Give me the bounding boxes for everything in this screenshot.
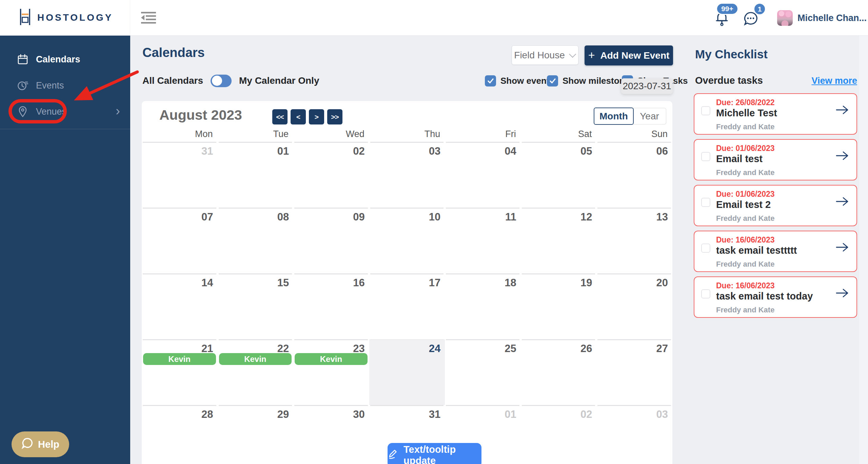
calendar-day-cell[interactable]: 03 — [369, 142, 445, 208]
calendar-event-pill[interactable]: Kevin — [295, 353, 368, 365]
calendar-day-cell[interactable]: 25 — [445, 339, 521, 405]
calendar-day-cell[interactable]: 02 — [293, 142, 369, 208]
calendar-day-cell[interactable]: 19 — [521, 273, 597, 339]
task-checkbox[interactable] — [701, 289, 710, 298]
calendar-day-cell[interactable]: 01 — [218, 142, 294, 208]
calendar-day-cell[interactable]: 30 — [293, 405, 369, 464]
day-number: 30 — [353, 408, 364, 421]
calendar-day-cell[interactable]: 11 — [445, 208, 521, 273]
calendar-day-cell[interactable]: 23Kevin — [293, 339, 369, 405]
task-open-arrow-icon[interactable] — [835, 104, 849, 117]
calendar-week-row: 31010203040506 — [142, 142, 672, 208]
day-number: 16 — [353, 277, 364, 289]
sidebar-item-venues[interactable]: Venues› — [0, 102, 130, 121]
calendar-day-cell[interactable]: 12 — [521, 208, 597, 273]
view-year-button[interactable]: Year — [633, 108, 666, 124]
overdue-tasks-label: Overdue tasks — [695, 75, 763, 86]
day-header-thu: Thu — [369, 129, 445, 139]
sidebar-collapse-icon[interactable] — [140, 11, 157, 24]
day-number: 25 — [505, 343, 516, 355]
task-card[interactable]: Due: 26/08/2022Michelle TestFreddy and K… — [694, 93, 857, 135]
day-number: 09 — [353, 211, 364, 223]
task-due-date: Due: 01/06/2023 — [716, 190, 775, 199]
task-card[interactable]: Due: 16/06/2023task email testttttFreddy… — [694, 231, 857, 272]
day-number: 26 — [580, 343, 592, 355]
next-year-button[interactable]: >> — [327, 109, 342, 124]
calendar-day-cell[interactable]: 29 — [218, 405, 294, 464]
calendar-day-cell[interactable]: 03 — [596, 405, 672, 464]
scrollbar-gutter[interactable] — [859, 35, 868, 464]
view-month-button[interactable]: Month — [594, 108, 634, 125]
calendar-day-cell[interactable]: 06 — [596, 142, 672, 208]
task-title: Email test — [716, 153, 763, 165]
task-subtitle: Freddy and Kate — [716, 168, 774, 177]
calendar-event-pill[interactable]: Kevin — [219, 353, 292, 365]
clock-icon — [17, 79, 29, 92]
calendar-day-cell[interactable]: 20 — [596, 273, 672, 339]
calendar-day-cell[interactable]: 28 — [142, 405, 218, 464]
notifications-count-badge: 99+ — [716, 3, 738, 15]
calendar-day-cell[interactable]: 04 — [445, 142, 521, 208]
calendar-day-cell[interactable]: 02 — [521, 405, 597, 464]
calendar-day-cell[interactable]: 05 — [521, 142, 597, 208]
prev-month-button[interactable]: < — [291, 109, 306, 124]
task-checkbox[interactable] — [701, 106, 710, 115]
add-new-event-label: Add New Event — [600, 50, 670, 61]
add-new-event-button[interactable]: + Add New Event — [585, 45, 673, 65]
task-checkbox[interactable] — [701, 244, 710, 253]
task-open-arrow-icon[interactable] — [835, 287, 849, 300]
task-card[interactable]: Due: 01/06/2023Email test 2Freddy and Ka… — [694, 185, 857, 226]
checkbox-checked-icon[interactable] — [547, 75, 558, 86]
calendar-day-cell[interactable]: 21Kevin — [142, 339, 218, 405]
sidebar-item-calendars[interactable]: Calendars — [0, 50, 130, 69]
day-number: 14 — [201, 277, 213, 289]
calendar-day-cell[interactable]: 08 — [218, 208, 294, 273]
calendar-day-cell[interactable]: 10 — [369, 208, 445, 273]
day-number: 31 — [429, 408, 440, 421]
task-card[interactable]: Due: 16/06/2023task email test todayFred… — [694, 276, 857, 318]
day-number: 11 — [505, 211, 516, 223]
calendar-panel: August 2023 <<<>>> Month Year MonTueWedT… — [142, 101, 672, 464]
calendar-day-cell[interactable]: 27 — [596, 339, 672, 405]
brand-logo[interactable]: HOSTOLOGY — [0, 0, 130, 35]
day-number: 28 — [201, 408, 213, 421]
calendar-view-toggle: Month Year — [594, 108, 666, 125]
calendar-month-title: August 2023 — [159, 107, 242, 123]
calendar-day-cell-today[interactable]: 24 — [369, 339, 445, 405]
calendar-day-cell[interactable]: 22Kevin — [218, 339, 294, 405]
text-tooltip-update-button[interactable]: Text/tooltip update — [388, 443, 481, 464]
venue-filter-select[interactable]: Field House — [512, 45, 578, 65]
user-avatar[interactable] — [777, 10, 793, 26]
calendar-day-cell[interactable]: 09 — [293, 208, 369, 273]
task-card[interactable]: Due: 01/06/2023Email testFreddy and Kate — [694, 139, 857, 180]
filter-show-events[interactable]: Show events — [485, 75, 554, 86]
calendar-event-pill[interactable]: Kevin — [143, 353, 216, 365]
task-subtitle: Freddy and Kate — [716, 122, 774, 131]
calendar-day-cell[interactable]: 15 — [218, 273, 294, 339]
day-number: 04 — [505, 145, 516, 157]
calendar-day-cell[interactable]: 18 — [445, 273, 521, 339]
next-month-button[interactable]: > — [309, 109, 324, 124]
calendar-day-cell[interactable]: 16 — [293, 273, 369, 339]
day-number: 03 — [656, 408, 668, 421]
sidebar-item-events[interactable]: Events — [0, 76, 130, 95]
task-open-arrow-icon[interactable] — [835, 150, 849, 163]
calendar-scope-toggle[interactable] — [211, 75, 232, 87]
day-number: 10 — [429, 211, 440, 223]
view-more-link[interactable]: View more — [811, 76, 857, 86]
task-due-date: Due: 16/06/2023 — [716, 281, 775, 290]
calendar-day-cell[interactable]: 07 — [142, 208, 218, 273]
calendar-day-cell[interactable]: 17 — [369, 273, 445, 339]
checkbox-checked-icon[interactable] — [485, 75, 496, 86]
calendar-day-cell[interactable]: 13 — [596, 208, 672, 273]
calendar-day-cell[interactable]: 31 — [142, 142, 218, 208]
task-checkbox[interactable] — [701, 198, 710, 207]
task-open-arrow-icon[interactable] — [835, 241, 849, 254]
user-name[interactable]: Michelle Chan... — [797, 13, 865, 23]
task-open-arrow-icon[interactable] — [835, 196, 849, 209]
help-button[interactable]: Help — [12, 431, 69, 457]
prev-year-button[interactable]: << — [272, 109, 288, 124]
calendar-day-cell[interactable]: 14 — [142, 273, 218, 339]
task-checkbox[interactable] — [701, 152, 710, 161]
calendar-day-cell[interactable]: 26 — [521, 339, 597, 405]
